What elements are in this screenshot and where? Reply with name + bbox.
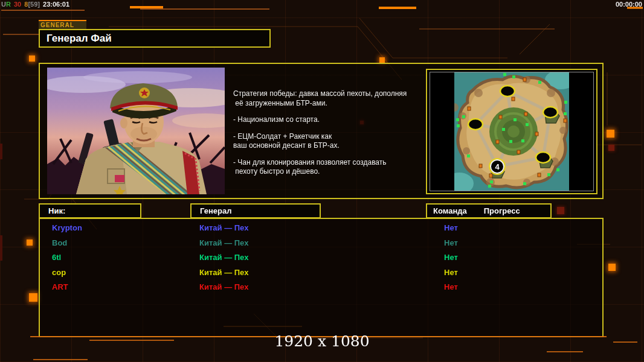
map-preview: 4 [454,72,569,191]
player-general: Китай — Пех [199,253,248,262]
player-team: Нет [444,223,458,232]
debug-part: [59] [28,1,40,8]
column-header-progress-label: Прогресс [484,205,520,217]
column-header-team-progress: Команда Прогресс [426,203,552,218]
debug-part: 30 [14,1,21,8]
player-team: Нет [444,268,458,277]
player-general: Китай — Пех [199,282,248,291]
player-team: Нет [444,238,458,247]
general-info-panel: Стратегия победы: давка массой пехоты, д… [39,63,604,199]
decor-square [379,57,385,63]
strategy-text: Стратегия победы: давка массой пехоты, д… [233,89,422,177]
players-table: Krypton Китай — Пех Нет Bod Китай — Пех … [39,218,604,337]
debug-time: 23:06:01 [43,1,69,8]
strategy-line: ваш основной десант в БТР-ах. [233,141,422,151]
strategy-line [233,125,422,132]
strategy-line: её загруженными БТР-ами. [233,99,422,109]
player-nick: 6tl [52,253,61,262]
player-row: ART Китай — Пех Нет [40,281,602,296]
player-row: Bod Китай — Пех Нет [40,237,602,252]
general-name-title: Генерал Фай [39,29,271,48]
player-general: Китай — Пех [199,268,248,277]
strategy-line: - ЕЦМ-Солдат + Ракетчик как [233,132,422,142]
strategy-line: - Чан для клонирования позволяет создава… [233,158,422,168]
lobby-screen: UR 30 8[59] 23:06:01 00:00:00 GENERAL Ге… [0,0,644,362]
map-preview-panel: 4 [426,69,597,194]
player-row: 6tl Китай — Пех Нет [40,251,602,266]
player-row: Krypton Китай — Пех Нет [40,221,602,237]
player-nick: ART [52,282,68,291]
map-start-badge: 4 [495,162,500,171]
player-progress-track [483,240,596,247]
debug-part: R [6,1,11,8]
player-nick: Bod [52,238,67,247]
decor-streak [0,235,2,261]
decor-square-dim [608,145,614,151]
resolution-label: 1920 x 1080 [274,332,369,350]
player-general: Китай — Пех [199,223,248,232]
player-progress-track [483,269,596,277]
column-header-general-label: Генерал [200,205,231,217]
decor-square [27,240,33,246]
decor-square [607,130,614,138]
column-header-nick-label: Ник: [48,205,65,217]
strategy-line: - Национализм со старта. [233,115,422,125]
column-header-nick: Ник: [39,203,141,218]
decor-square [29,56,35,62]
decor-streak [0,144,2,159]
player-team: Нет [444,253,458,262]
debug-overlay-text: UR 30 8[59] 23:06:01 [1,1,71,8]
general-portrait-art [47,68,225,194]
player-row: cop Китай — Пех Нет [40,266,602,281]
player-team: Нет [444,282,458,291]
game-timer: 00:00:00 [616,1,642,8]
column-header-team-label: Команда [433,205,467,217]
decor-square [608,264,616,271]
player-general: Китай — Пех [199,238,248,247]
general-portrait [47,68,225,194]
player-progress-track [483,254,596,262]
player-progress-track [483,284,596,291]
map-preview-inner: 4 [430,72,594,191]
strategy-line: Стратегия победы: давка массой пехоты, д… [233,89,422,99]
column-header-general: Генерал [190,203,321,218]
strategy-line [233,151,422,158]
player-progress-track [483,224,596,232]
player-nick: Krypton [52,223,82,232]
debug-part: U [1,1,6,8]
strategy-line: пехоту быстро и дёшево. [233,167,422,177]
general-tab-label: GENERAL [39,20,86,29]
decor-square-dim [557,207,564,214]
decor-square [29,293,37,302]
player-nick: cop [52,268,66,277]
strategy-line [233,108,422,115]
